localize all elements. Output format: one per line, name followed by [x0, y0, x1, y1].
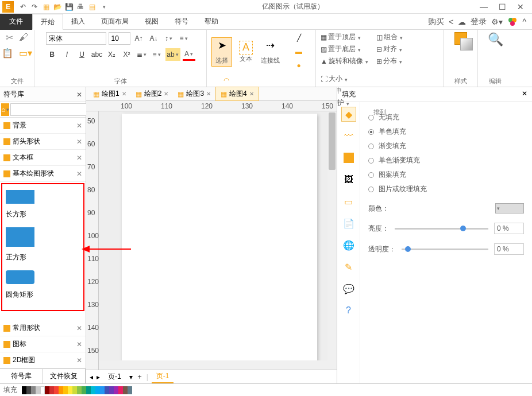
fill-option-gradient[interactable]: 渐变填充	[368, 141, 524, 151]
bring-front-button[interactable]: ▦ 置于顶层	[321, 32, 368, 42]
font-size-input[interactable]	[109, 32, 130, 45]
brightness-slider[interactable]	[395, 228, 488, 230]
shapes-panel-close-icon[interactable]: ✕	[76, 91, 82, 99]
print-icon[interactable]: 🖶	[76, 2, 85, 11]
canvas[interactable]	[99, 111, 337, 370]
tool-text[interactable]: A文本	[236, 41, 256, 63]
export-icon[interactable]: ▤	[87, 2, 97, 11]
brightness-value[interactable]: 0 %	[494, 223, 524, 234]
left-tab-recovery[interactable]: 文件恢复	[43, 369, 86, 383]
fill-option-solid[interactable]: 单色填充	[368, 127, 524, 137]
rect-tool-icon[interactable]: ▬	[293, 46, 304, 57]
page-next-icon[interactable]: ▸	[97, 373, 100, 381]
align-button[interactable]: ⊟ 对齐	[376, 44, 403, 54]
prop-tab-hyperlink-icon[interactable]: 🌐	[341, 238, 356, 253]
rotate-button[interactable]: ▲ 旋转和镜像	[321, 56, 368, 66]
page-add-icon[interactable]: ＋	[136, 372, 143, 382]
theme-icon[interactable]	[507, 17, 518, 27]
decrease-font-icon[interactable]: A↓	[148, 32, 160, 45]
prop-tab-note-icon[interactable]: ✎	[341, 259, 356, 274]
buy-link[interactable]: 购买	[428, 17, 444, 27]
prop-tab-fill-icon[interactable]: ◆	[341, 107, 356, 122]
page-prev-icon[interactable]: ◂	[90, 373, 93, 381]
align-icon[interactable]: ≡	[151, 48, 163, 61]
doc-tab-2[interactable]: ▦绘图2✕	[131, 87, 174, 100]
size-button[interactable]: ⛶ 大小	[321, 74, 349, 84]
category-icons[interactable]: 图标✕	[0, 336, 86, 352]
prop-tab-help-icon[interactable]: ?	[341, 303, 356, 318]
line-tool-icon[interactable]: ╱	[293, 32, 304, 44]
prop-tab-comment-icon[interactable]: 💬	[341, 281, 356, 296]
tool-connector[interactable]: ⇢连接线	[260, 39, 280, 65]
left-tab-library[interactable]: 符号库	[0, 369, 43, 383]
opacity-slider[interactable]	[402, 249, 488, 250]
new-icon[interactable]: ▦	[41, 2, 51, 11]
settings-icon[interactable]: ⚙▾	[491, 17, 503, 26]
qat-more-icon[interactable]	[99, 2, 108, 11]
highlight-icon[interactable]: ab	[165, 48, 180, 61]
brush-icon[interactable]: 🖌	[19, 32, 28, 43]
paste-icon[interactable]: ▭▾	[19, 48, 32, 59]
color-picker[interactable]	[495, 203, 524, 213]
doc-tab-1[interactable]: ▦绘图1✕	[88, 87, 131, 100]
fill-option-pattern[interactable]: 图案填充	[368, 170, 524, 180]
superscript-icon[interactable]: X²	[121, 48, 133, 61]
send-back-button[interactable]: ▨ 置于底层	[321, 44, 368, 54]
find-icon[interactable]: 🔍	[488, 32, 503, 47]
category-textbox[interactable]: 文本框✕	[0, 150, 86, 166]
shapes-search-input[interactable]	[10, 103, 98, 116]
menu-insert[interactable]: 插入	[63, 14, 93, 30]
prop-tab-line-icon[interactable]: 〰	[341, 129, 356, 143]
shapes-home-icon[interactable]: ⌂	[1, 103, 9, 116]
page-tab-1[interactable]: 页-1	[103, 371, 126, 383]
page-menu-icon[interactable]: ▾	[129, 373, 133, 381]
category-arrows[interactable]: 箭头形状✕	[0, 134, 86, 150]
category-common[interactable]: 常用形状✕	[0, 320, 86, 336]
shape-square[interactable]: 正方形	[6, 227, 80, 262]
category-2d[interactable]: 2D框图✕	[0, 352, 86, 368]
drawing-page[interactable]	[122, 114, 317, 370]
menu-page-layout[interactable]: 页面布局	[93, 14, 137, 30]
strike-icon[interactable]: abc	[91, 48, 103, 61]
line-spacing-icon[interactable]: ↕	[163, 32, 175, 45]
arc-tool-icon[interactable]: ◠	[221, 75, 232, 86]
fill-option-none[interactable]: 无填充	[368, 112, 524, 122]
fill-option-picture[interactable]: 图片或纹理填充	[368, 184, 524, 194]
font-color-icon[interactable]: A	[183, 48, 195, 61]
share-icon[interactable]: <	[449, 17, 453, 26]
redo-icon[interactable]: ↷	[30, 2, 39, 11]
subscript-icon[interactable]: X₂	[106, 48, 118, 61]
cloud-icon[interactable]: ☁	[458, 17, 466, 26]
undo-icon[interactable]: ↶	[18, 2, 28, 11]
copy-icon[interactable]: 📋	[2, 48, 13, 59]
page-tab-active[interactable]: 页-1	[152, 370, 174, 383]
cut-icon[interactable]: ✂	[6, 32, 13, 43]
prop-tab-image-icon[interactable]: 🖼	[341, 172, 356, 187]
maximize-button[interactable]: ☐	[496, 2, 508, 11]
bold-icon[interactable]: B	[46, 48, 59, 61]
save-icon[interactable]: 💾	[64, 2, 74, 11]
collapse-ribbon-icon[interactable]: ^	[522, 17, 526, 26]
file-menu[interactable]: 文件	[0, 14, 32, 30]
distribute-button[interactable]: ⊞ 分布	[376, 56, 403, 66]
shape-rectangle[interactable]: 长方形	[6, 190, 80, 219]
category-basic-shapes[interactable]: 基本绘图形状✕	[0, 166, 86, 182]
menu-help[interactable]: 帮助	[196, 14, 226, 30]
shape-rounded-rect[interactable]: 圆角矩形	[6, 270, 80, 300]
close-button[interactable]: ✕	[515, 2, 526, 11]
underline-icon[interactable]: U	[76, 48, 88, 61]
properties-close-icon[interactable]: ✕	[522, 90, 527, 99]
italic-icon[interactable]: I	[61, 48, 74, 61]
group-button[interactable]: ◫ 组合	[376, 32, 403, 42]
font-name-input[interactable]	[46, 32, 106, 45]
color-swatches[interactable]	[22, 386, 132, 394]
opacity-value[interactable]: 0 %	[494, 243, 524, 255]
horizontal-scrollbar[interactable]	[99, 360, 327, 370]
menu-view[interactable]: 视图	[137, 14, 167, 30]
vertical-scrollbar[interactable]	[327, 111, 337, 370]
increase-font-icon[interactable]: A↑	[133, 32, 145, 45]
prop-tab-shadow-icon[interactable]	[341, 150, 356, 165]
ellipse-tool-icon[interactable]: ●	[293, 60, 304, 71]
menu-start[interactable]: 开始	[32, 14, 63, 30]
menu-symbols[interactable]: 符号	[167, 14, 196, 30]
